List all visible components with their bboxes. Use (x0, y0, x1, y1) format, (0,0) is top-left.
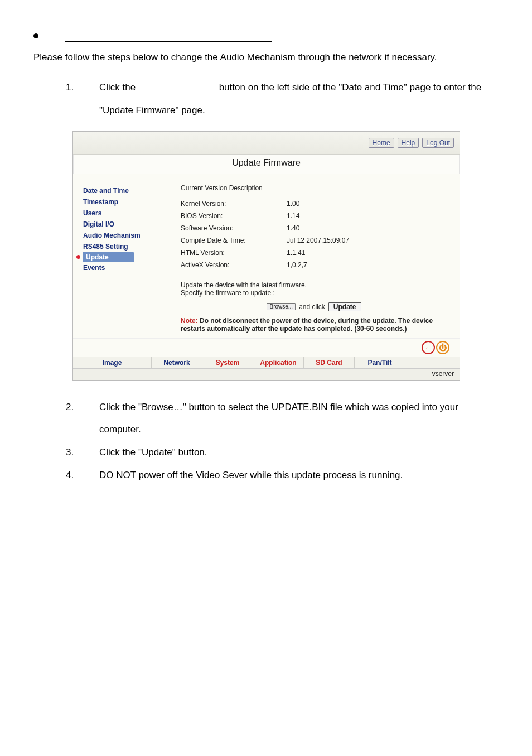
step-num: 4. (66, 464, 99, 487)
active-marker-icon (76, 255, 80, 259)
footer-brand: vserver (73, 369, 460, 380)
tab-image[interactable]: Image (73, 357, 152, 368)
menu-digital-io[interactable]: Digital I/O (83, 219, 175, 230)
label: Software Version: (181, 224, 287, 232)
menu-rs485-setting[interactable]: RS485 Setting (83, 241, 175, 252)
step-text: DO NOT power off the Video Sever while t… (99, 464, 499, 487)
step-1: 1. Click the button on the left side of … (66, 76, 499, 122)
step-num: 2. (66, 396, 99, 442)
step-num: 3. (66, 441, 99, 464)
label: Compile Date & Time: (181, 237, 287, 244)
label: BIOS Version: (181, 212, 287, 220)
note-text: Do not disconnect the power of the devic… (181, 317, 433, 333)
content-area: Current Version Description Kernel Versi… (175, 180, 453, 338)
row-kernel: Kernel Version:1.00 (181, 198, 447, 210)
label: HTML Version: (181, 249, 287, 257)
section-header: Current Version Description (181, 184, 447, 192)
logout-button[interactable]: Log Out (422, 138, 454, 148)
value: Jul 12 2007,15:09:07 (287, 237, 447, 244)
update-row: Browse... and click Update (181, 302, 447, 311)
left-menu: Date and Time Timestamp Users Digital I/… (73, 180, 175, 338)
bullet-dot (33, 33, 38, 38)
footer-icons: ← ⏻ (73, 338, 460, 357)
home-button[interactable]: Home (369, 138, 394, 148)
intro-text: Please follow the steps below to change … (33, 52, 499, 63)
value: 1.14 (287, 212, 447, 220)
row-activex: ActiveX Version:1,0,2,7 (181, 259, 447, 271)
tab-system[interactable]: System (202, 357, 253, 368)
value: 1.40 (287, 224, 447, 232)
tab-application[interactable]: Application (253, 357, 304, 368)
value: 1.1.41 (287, 249, 447, 257)
note-label: Note: (181, 317, 198, 325)
blank-heading-line (65, 33, 272, 42)
row-bios: BIOS Version:1.14 (181, 210, 447, 222)
menu-update[interactable]: Update (83, 252, 134, 262)
value: 1,0,2,7 (287, 261, 447, 269)
and-click-text: and click (299, 303, 325, 311)
step-3: 3. Click the "Update" button. (66, 441, 499, 464)
step-text: Click the "Browse…" button to select the… (99, 396, 499, 442)
step-text: Click the button on the left side of the… (99, 76, 499, 122)
value: 1.00 (287, 200, 447, 208)
help-button[interactable]: Help (398, 138, 419, 148)
update-line-2: Specify the firmware to update : (181, 289, 447, 297)
label: Kernel Version: (181, 200, 287, 208)
note: Note: Do not disconnect the power of the… (181, 317, 447, 333)
update-button[interactable]: Update (328, 302, 361, 311)
step-2: 2. Click the "Browse…" button to select … (66, 396, 499, 442)
menu-events[interactable]: Events (83, 262, 175, 273)
top-nav: Home Help Log Out (73, 132, 460, 155)
menu-timestamp[interactable]: Timestamp (83, 196, 175, 208)
bullet-heading (33, 33, 499, 42)
page-title: Update Firmware (81, 155, 452, 174)
power-icon[interactable]: ⏻ (436, 341, 449, 354)
browse-button[interactable]: Browse... (267, 303, 296, 310)
update-line-1: Update the device with the latest firmwa… (181, 281, 447, 289)
row-software: Software Version:1.40 (181, 222, 447, 234)
back-icon[interactable]: ← (422, 341, 435, 354)
step-4: 4. DO NOT power off the Video Sever whil… (66, 464, 499, 487)
step-text-pre: Click the (99, 82, 136, 93)
menu-date-and-time[interactable]: Date and Time (83, 185, 175, 196)
step-num: 1. (66, 76, 99, 122)
label: ActiveX Version: (181, 261, 287, 269)
tab-network[interactable]: Network (152, 357, 202, 368)
tab-sd-card[interactable]: SD Card (304, 357, 355, 368)
row-compile: Compile Date & Time:Jul 12 2007,15:09:07 (181, 234, 447, 247)
update-firmware-screenshot: Home Help Log Out Update Firmware Date a… (72, 131, 460, 381)
tab-pan-tilt[interactable]: Pan/Tilt (355, 357, 405, 368)
step-text: Click the "Update" button. (99, 441, 499, 464)
step-text-post: button on the left side of the "Date and… (99, 82, 481, 115)
menu-users[interactable]: Users (83, 208, 175, 219)
row-html: HTML Version:1.1.41 (181, 247, 447, 259)
bottom-tabs: Image Network System Application SD Card… (73, 357, 460, 369)
menu-audio-mechanism[interactable]: Audio Mechanism (83, 230, 175, 241)
